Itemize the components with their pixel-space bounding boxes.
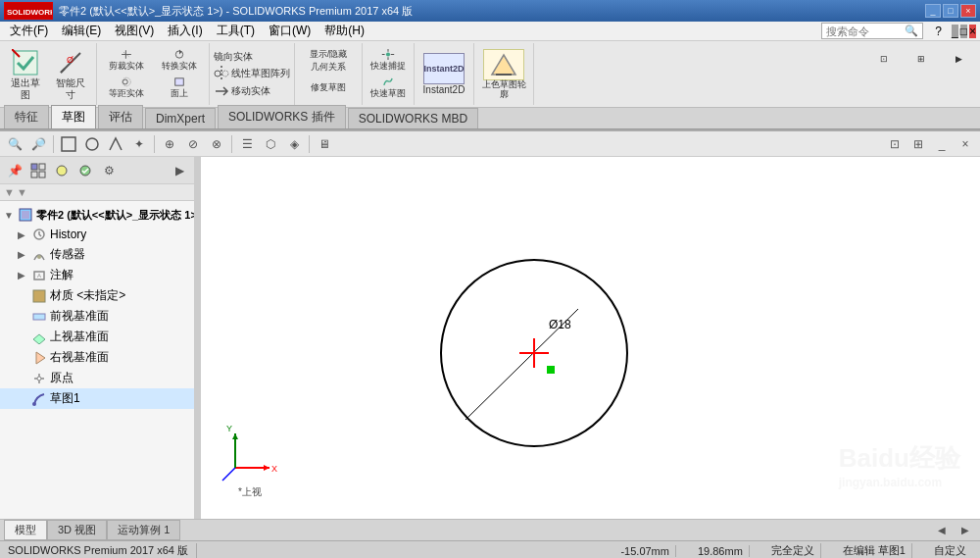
view-btn-5[interactable] <box>105 133 126 155</box>
tree-item-front-plane[interactable]: 前视基准面 <box>0 306 194 327</box>
quick-sketch-button[interactable]: 快速草图 <box>367 76 410 101</box>
coord-indicator: X Y *上视 <box>220 424 279 499</box>
sidebar-btn-more[interactable]: ▶ <box>169 160 190 181</box>
instant2d-button[interactable]: Instant2D Instant2D <box>418 45 469 104</box>
svg-point-9 <box>122 77 131 86</box>
maximize-button[interactable]: □ <box>943 4 958 18</box>
show-hide-button[interactable]: 显示/隐藏 几何关系 <box>299 48 358 74</box>
exit-sketch-label: 退出草图 <box>7 77 44 101</box>
color-sketch-button[interactable]: 上色草图轮廓 <box>478 45 529 104</box>
sidebar-btn-2[interactable] <box>51 160 73 181</box>
sidebar-btn-4[interactable]: ⚙ <box>98 160 120 181</box>
svg-rect-23 <box>39 164 45 170</box>
tb-right-3[interactable]: ▶ <box>941 45 976 73</box>
tree-item-front-plane-label: 前视基准面 <box>50 308 109 325</box>
menu-view[interactable]: 视图(V) <box>109 21 160 41</box>
view-btn-6[interactable]: ✦ <box>128 133 150 155</box>
close-button[interactable]: × <box>960 4 976 18</box>
toolbar-group-color: 上色草图轮廓 <box>474 43 534 105</box>
search-icon: 🔍 <box>905 25 918 37</box>
minimize-button[interactable]: _ <box>925 4 941 18</box>
bottom-tab-model[interactable]: 模型 <box>4 520 47 540</box>
view-btn-7[interactable]: ⊕ <box>159 133 180 155</box>
snap-button[interactable]: 快速捕捉 <box>367 48 410 74</box>
view-btn-3[interactable] <box>58 133 79 155</box>
menu-question[interactable]: ? <box>929 23 948 40</box>
tree-item-annotation-label: 注解 <box>50 267 74 283</box>
expand-icon-annotation: ▶ <box>18 270 31 280</box>
tree-item-top-plane[interactable]: 上视基准面 <box>0 327 194 347</box>
trim-button[interactable]: 剪裁实体 <box>101 48 152 74</box>
view-btn-9[interactable]: ⊗ <box>206 133 227 155</box>
menu-insert[interactable]: 插入(I) <box>162 21 208 41</box>
tb-right-1[interactable]: ⊡ <box>866 45 902 73</box>
menu-file[interactable]: 文件(F) <box>4 21 54 41</box>
y-coord-value: 19.86mm <box>698 545 743 557</box>
tree-item-sensor[interactable]: ▶ 传感器 <box>0 244 194 265</box>
sep-4 <box>309 135 310 153</box>
exit-sketch-button[interactable]: 退出草图 <box>4 45 47 104</box>
sidebar-btn-expand[interactable] <box>27 160 49 181</box>
inner-maximize-button[interactable]: □ <box>960 25 967 38</box>
svg-line-5 <box>61 69 65 73</box>
tab-sw-plugin[interactable]: SOLIDWORKS 插件 <box>218 105 346 128</box>
inner-minimize-button[interactable]: _ <box>952 25 958 38</box>
view-btn-13[interactable]: 🖥 <box>314 133 335 155</box>
view-btn-2[interactable]: 🔎 <box>27 133 49 155</box>
svg-text:A: A <box>37 273 41 279</box>
svg-line-44 <box>222 468 235 481</box>
canvas-area[interactable]: Ø18 X Y *上视 <box>201 157 980 519</box>
tab-sw-mbd[interactable]: SOLIDWORKS MBD <box>348 108 478 128</box>
repair-button[interactable]: 修复草图 <box>299 76 358 101</box>
view-btn-8[interactable]: ⊘ <box>182 133 204 155</box>
tree-item-material-label: 材质 <未指定> <box>50 287 125 304</box>
sensor-icon <box>31 247 47 263</box>
tb-right-2[interactable]: ⊞ <box>904 45 939 73</box>
view-right-1[interactable]: ⊡ <box>884 133 906 155</box>
convert-button[interactable]: 转换实体 <box>154 48 205 74</box>
tree-item-right-plane[interactable]: 右视基准面 <box>0 347 194 368</box>
face-button[interactable]: 面上 <box>154 76 205 101</box>
menu-help[interactable]: 帮助(H) <box>318 21 370 41</box>
command-search-input[interactable] <box>826 25 905 37</box>
tab-evaluate[interactable]: 评估 <box>98 105 143 128</box>
origin-icon <box>31 371 47 386</box>
view-btn-12[interactable]: ◈ <box>283 133 305 155</box>
view-btn-11[interactable]: ⬡ <box>260 133 281 155</box>
svg-rect-24 <box>31 172 37 178</box>
bottom-right-2[interactable]: ▶ <box>955 520 976 541</box>
smart-dim-button[interactable]: Ø 智能尺寸 <box>49 45 92 104</box>
view-right-3[interactable]: _ <box>931 133 953 155</box>
view-btn-1[interactable]: 🔍 <box>4 133 25 155</box>
menu-edit[interactable]: 编辑(E) <box>56 21 107 41</box>
tab-bar: 特征 草图 评估 DimXpert SOLIDWORKS 插件 SOLIDWOR… <box>0 108 980 129</box>
bottom-right-1[interactable]: ◀ <box>931 520 953 541</box>
sidebar-btn-3[interactable] <box>74 160 96 181</box>
tab-dimxpert[interactable]: DimXpert <box>145 108 216 128</box>
plane-top-icon <box>31 330 47 345</box>
view-right-2[interactable]: ⊞ <box>907 133 929 155</box>
tab-feature[interactable]: 特征 <box>4 105 49 128</box>
bottom-tab-3d[interactable]: 3D 视图 <box>47 520 107 540</box>
tree-root-item[interactable]: ▼ 零件2 (默认<<默认>_显示状态 1>) <box>0 205 194 225</box>
svg-point-31 <box>37 255 41 259</box>
menu-tools[interactable]: 工具(T) <box>211 21 261 41</box>
view-btn-10[interactable]: ☰ <box>236 133 258 155</box>
menu-window[interactable]: 窗口(W) <box>263 21 317 41</box>
part-icon <box>18 207 33 223</box>
inner-close-button[interactable]: × <box>969 25 976 38</box>
offset-button[interactable]: 等距实体 <box>101 76 152 101</box>
tab-sketch[interactable]: 草图 <box>51 105 96 128</box>
view-btn-4[interactable] <box>81 133 103 155</box>
tree-item-history[interactable]: ▶ History <box>0 225 194 244</box>
tree-item-origin[interactable]: 原点 <box>0 368 194 388</box>
status-y-coord: 19.86mm <box>692 545 750 557</box>
svg-point-14 <box>386 52 390 56</box>
sidebar-btn-pin[interactable]: 📌 <box>4 160 25 181</box>
bottom-tab-motion[interactable]: 运动算例 1 <box>107 520 180 540</box>
tree-item-material[interactable]: 材质 <未指定> <box>0 285 194 306</box>
view-right-4[interactable]: × <box>955 133 976 155</box>
tree-item-sketch1[interactable]: 草图1 <box>0 388 194 409</box>
status-x-coord: -15.07mm <box>614 545 676 557</box>
tree-item-annotation[interactable]: ▶ A 注解 <box>0 265 194 285</box>
